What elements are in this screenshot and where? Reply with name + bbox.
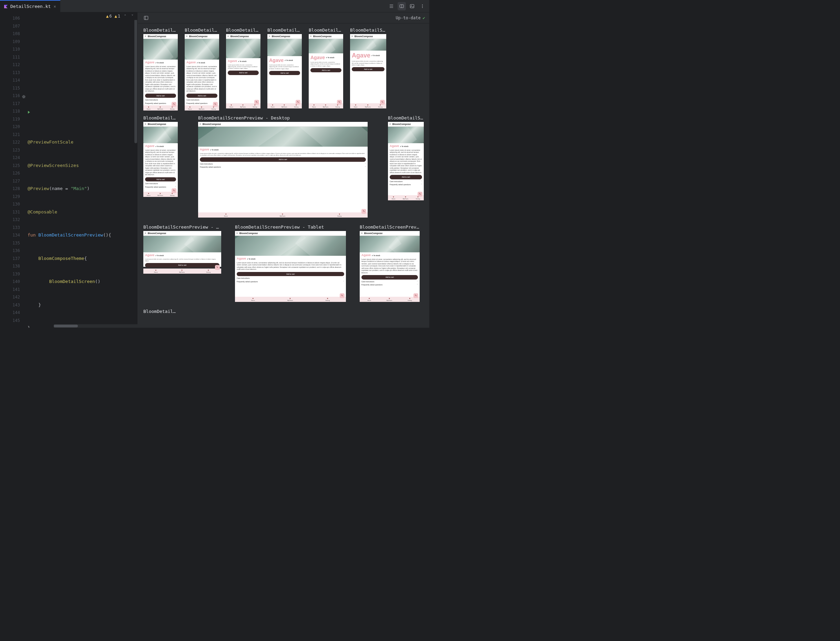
preview-device[interactable]: ≡BloomCompose Agave✔ In stock Lorem ipsu… — [198, 122, 368, 217]
preview-label: BloomDetailSc… — [226, 27, 260, 33]
editor-hscrollbar[interactable] — [54, 324, 137, 328]
view-image-icon[interactable] — [408, 2, 416, 10]
check-icon: ✔ — [423, 16, 425, 20]
preview-device[interactable]: ≡BloomCompose Agave✔ In stock Lorem ipsu… — [226, 34, 260, 108]
preview-label: BloomDetailScreenPrevie… — [360, 224, 420, 230]
svg-point-5 — [422, 5, 423, 6]
preview-device[interactable]: ≡BloomCompose Agave✔ In stock Lorem ipsu… — [267, 34, 302, 108]
preview-label: BloomDetailSc… — [388, 115, 424, 121]
view-split-icon[interactable] — [397, 2, 406, 10]
warning-icon: ▲ — [106, 14, 108, 19]
preview-label: BloomDetailScreenPreview - Desktop — [198, 115, 368, 121]
close-tab-icon[interactable]: × — [53, 3, 57, 10]
preview-device[interactable]: ≡BloomCompose Agave✔ In stock Lorem ipsu… — [143, 122, 178, 197]
inspection-weak-warning[interactable]: ▲ 1 — [115, 14, 120, 19]
kotlin-file-icon — [3, 4, 8, 9]
next-highlight-icon[interactable]: ˅ — [130, 14, 135, 19]
preview-device[interactable]: ≡BloomCompose Agave✔ In stock Lorem ipsu… — [143, 231, 221, 267]
svg-rect-2 — [410, 5, 414, 8]
editor-tab[interactable]: DetailScreen.kt × — [0, 0, 60, 12]
inspection-warning[interactable]: ▲ 6 — [106, 14, 111, 19]
view-list-icon[interactable] — [387, 2, 396, 10]
compose-preview-pane: Up-to-date ✔ BloomDetailSc… ≡BloomCompos… — [138, 12, 429, 328]
prev-highlight-icon[interactable]: ˄ — [123, 14, 128, 19]
code-editor[interactable]: ▲ 6 ▲ 1 ˄ ˅ 106107108 109110111 11211311… — [0, 12, 138, 328]
preview-device[interactable]: ≡BloomCompose Agave✔ In stock Lorem ipsu… — [350, 34, 386, 108]
svg-point-3 — [411, 5, 412, 6]
svg-point-4 — [422, 4, 423, 5]
preview-label: BloomDetailSc… — [267, 27, 302, 33]
preview-label: BloomDetailSc… — [143, 309, 178, 314]
preview-label: BloomDetailScreenPreview - Pho… — [143, 224, 221, 230]
more-options-icon[interactable] — [418, 2, 426, 10]
preview-label: BloomDetailScreenPreview - Tablet — [235, 224, 346, 230]
preview-device[interactable]: ≡BloomCompose Agave✔ In stock Lorem ipsu… — [185, 34, 219, 108]
preview-label: BloomDetailSc… — [350, 27, 386, 33]
warning-icon: ▲ — [115, 14, 117, 19]
tab-bar: DetailScreen.kt × — [0, 0, 429, 12]
editor-inspections-bar: ▲ 6 ▲ 1 ˄ ˅ — [103, 12, 137, 20]
svg-point-6 — [422, 7, 423, 8]
preview-device[interactable]: ≡BloomCompose Agave✔ In stock Lorem ipsu… — [143, 34, 178, 108]
editor-vscrollbar[interactable] — [134, 12, 137, 328]
preview-device[interactable]: ≡BloomCompose Agave✔ In stock Lorem ipsu… — [309, 34, 343, 108]
preview-device[interactable]: ≡BloomCompose Agave✔ In stock Lorem ipsu… — [388, 122, 424, 200]
preview-device[interactable]: ≡BloomCompose Agave✔ In stock Lorem ipsu… — [235, 231, 346, 302]
preview-device[interactable]: ≡BloomCompose Agave✔ In stock Lorem ipsu… — [360, 231, 420, 302]
svg-rect-8 — [144, 16, 148, 19]
line-number-gutter: 106107108 109110111 112113114 115 116 11… — [0, 12, 26, 328]
svg-point-7 — [23, 96, 24, 97]
preview-layout-icon[interactable] — [142, 14, 150, 22]
preview-label: BloomDetailSc… — [143, 115, 178, 121]
preview-canvas[interactable]: BloomDetailSc… ≡BloomCompose Agave✔ In s… — [138, 23, 429, 328]
code-content[interactable]: @PreviewFontScale @PreviewScreenSizes @P… — [26, 12, 137, 328]
preview-status: Up-to-date ✔ — [396, 16, 425, 20]
preview-label: BloomDetailSc… — [143, 27, 178, 33]
preview-label: BloomDetailSc… — [185, 27, 219, 33]
tab-filename: DetailScreen.kt — [10, 4, 51, 9]
preview-label: BloomDetailSc… — [309, 27, 343, 33]
